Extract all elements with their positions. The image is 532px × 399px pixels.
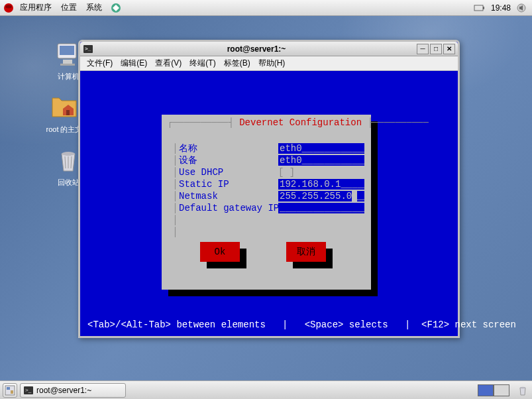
menu-tabs[interactable]: 标签(B) [221, 56, 253, 70]
svg-rect-4 [483, 7, 484, 9]
dialog-title: Devernet Configuration [239, 117, 362, 128]
field-label-staticip: Static IP [179, 179, 278, 190]
workspace-switcher[interactable] [478, 384, 509, 396]
field-input-gateway[interactable]: ________________ [278, 203, 364, 213]
svg-rect-8 [63, 60, 72, 64]
svg-point-22 [520, 386, 525, 388]
svg-rect-10 [66, 110, 70, 115]
svg-rect-9 [60, 64, 75, 66]
svg-rect-7 [60, 46, 74, 55]
svg-text:>_: >_ [25, 387, 32, 393]
field-label-netmask: Netmask [179, 191, 278, 201]
svg-point-11 [62, 152, 75, 156]
svg-rect-18 [7, 387, 10, 390]
show-desktop-button[interactable] [3, 383, 17, 398]
menu-terminal[interactable]: 终端(T) [187, 56, 218, 70]
field-input-device[interactable]: eth0____________ [278, 155, 364, 166]
field-input-name[interactable]: eth0____________ [278, 143, 364, 154]
top-panel: 应用程序 位置 系统 19:48 [0, 0, 532, 16]
workspace-2[interactable] [494, 384, 509, 396]
field-label-gateway: Default gateway IP [179, 203, 278, 213]
close-button[interactable]: ✕ [443, 44, 455, 54]
sound-icon[interactable] [516, 3, 527, 13]
bottom-panel: >_ root@server1:~ [0, 380, 532, 399]
panel-menu: 应用程序 位置 系统 [16, 1, 106, 15]
maximize-button[interactable]: □ [430, 44, 442, 54]
redhat-icon[interactable] [3, 2, 15, 14]
taskbar-item-label: root@server1:~ [36, 386, 91, 395]
field-label-name: 名称 [179, 142, 278, 154]
clock[interactable]: 19:48 [491, 3, 511, 13]
svg-point-1 [5, 5, 12, 8]
trash-tray-icon[interactable] [516, 384, 529, 397]
ok-button[interactable]: Ok [200, 242, 240, 262]
terminal-icon: >_ [23, 385, 34, 396]
terminal-area[interactable]: ┌──────────┤ Devernet Configuration ├───… [82, 72, 456, 334]
field-label-device: 设备 [179, 154, 278, 166]
svg-text:>_: >_ [85, 46, 91, 52]
field-checkbox-dhcp[interactable]: [ ] [278, 167, 364, 178]
workspace-1[interactable] [478, 384, 494, 396]
tui-footer-hints: <Tab>/<Alt-Tab> between elements | <Spac… [82, 319, 456, 330]
menu-edit[interactable]: 编辑(E) [118, 56, 150, 70]
menu-places[interactable]: 位置 [57, 1, 81, 15]
field-label-dhcp: Use DHCP [179, 167, 278, 178]
battery-icon[interactable] [474, 4, 486, 12]
titlebar[interactable]: >_ root@server1:~ ─ □ ✕ [80, 42, 458, 56]
terminal-window: >_ root@server1:~ ─ □ ✕ 文件(F) 编辑(E) 查看(V… [78, 40, 460, 338]
minimize-button[interactable]: ─ [417, 44, 429, 54]
taskbar-item[interactable]: >_ root@server1:~ [20, 383, 126, 398]
menubar: 文件(F) 编辑(E) 查看(V) 终端(T) 标签(B) 帮助(H) [80, 56, 458, 71]
field-input-netmask[interactable]: 255.255.255.0___ [278, 191, 364, 201]
menu-help[interactable]: 帮助(H) [256, 56, 288, 70]
svg-rect-3 [474, 5, 483, 11]
menu-view[interactable]: 查看(V) [152, 56, 184, 70]
app-launcher-icon[interactable] [110, 2, 122, 14]
cancel-button[interactable]: 取消 [286, 242, 326, 262]
svg-rect-19 [11, 390, 13, 394]
menu-file[interactable]: 文件(F) [84, 56, 115, 70]
menu-system[interactable]: 系统 [82, 1, 106, 15]
tui-dialog: ┌──────────┤ Devernet Configuration ├───… [162, 115, 371, 290]
field-input-staticip[interactable]: 192.168.0.1_____ [278, 179, 364, 190]
terminal-icon: >_ [83, 44, 93, 54]
menu-applications[interactable]: 应用程序 [16, 1, 56, 15]
window-title: root@server1:~ [96, 44, 417, 54]
